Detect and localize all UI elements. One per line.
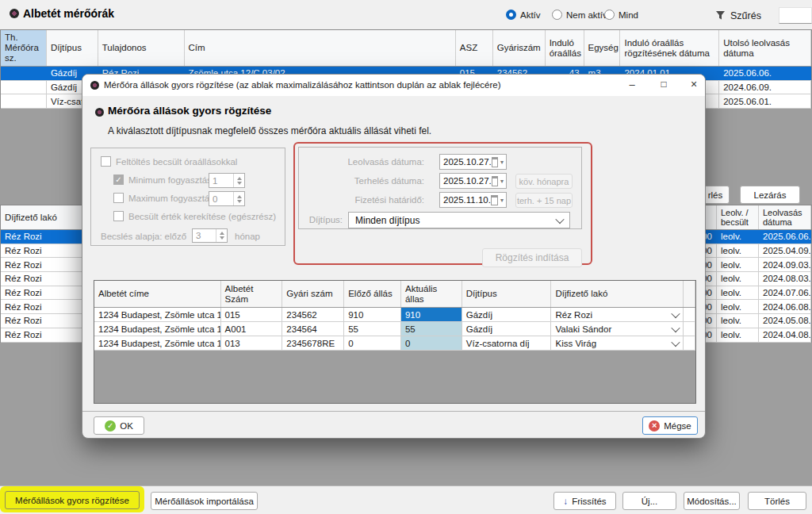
- table-row[interactable]: 00 leolv. 2024.09.03.: [691, 258, 811, 272]
- table-row[interactable]: Réz Rozi: [1, 328, 91, 343]
- col-cim[interactable]: Cím: [185, 30, 456, 66]
- stepper-arrows[interactable]: [233, 192, 244, 205]
- table-row[interactable]: 00 leolv. 2024.05.08.: [691, 314, 811, 328]
- col-tulajdonos[interactable]: Tulajdonos: [98, 30, 185, 66]
- leolvasas-datum-label: Leolvasás dátuma:: [305, 157, 424, 167]
- cell: Réz Rozi: [1, 300, 91, 313]
- ok-check-icon: ✓: [105, 420, 116, 432]
- aktualis-allas-cell[interactable]: 55: [401, 322, 462, 336]
- col-leolv-becsult[interactable]: Leolv. / becsült: [717, 205, 759, 229]
- cell: Víz-csatorna díj: [462, 336, 552, 350]
- gyors-rogzites-button[interactable]: Mérőállások gyors rögzítése: [5, 491, 140, 509]
- table-row[interactable]: 00 leolv. 2024.04.08.: [691, 328, 811, 343]
- col-albetet-szam[interactable]: Albetét Szám: [221, 281, 283, 307]
- table-row[interactable]: Réz Rozi: [1, 272, 91, 286]
- maximize-button[interactable]: □: [656, 79, 672, 90]
- dijtipus-combobox[interactable]: Minden díjtípus: [348, 212, 570, 228]
- col-dijfizeto-lako[interactable]: Díjfizető lakó: [1, 205, 91, 229]
- terh-15-nap-label: terh. + 15 nap: [517, 196, 571, 205]
- table-row[interactable]: Réz Rozi: [1, 244, 91, 259]
- aktualis-allas-cell[interactable]: 910: [401, 308, 462, 321]
- becsles-stepper[interactable]: 3: [192, 228, 228, 243]
- table-row[interactable]: Réz Rozi: [1, 286, 91, 301]
- fizetesi-hatarido-field[interactable]: 2025.11.10. ▾: [439, 192, 507, 208]
- lezaras-button-label: Lezárás: [754, 190, 787, 200]
- leolvasas-datum-field[interactable]: 2025.10.27. ▾: [439, 154, 507, 170]
- col-th-meroora-sz[interactable]: Th. Mérőóra sz.: [1, 30, 47, 66]
- radio-aktiv[interactable]: Aktív: [506, 10, 541, 20]
- minimize-button[interactable]: –: [624, 79, 640, 90]
- table-row[interactable]: 1234 Budapest, Zsömle utca 12. ... 013 2…: [94, 336, 695, 351]
- ok-button[interactable]: ✓ OK: [94, 416, 144, 435]
- kerekites-label: Becsült érték kerekítése (egészrész): [128, 212, 276, 221]
- lezaras-button[interactable]: Lezárás: [740, 186, 800, 204]
- importalas-button[interactable]: Mérőállások importálása: [151, 492, 258, 510]
- col-asz[interactable]: ASZ: [456, 30, 493, 66]
- min-fogyasztas-checkbox[interactable]: ✓ Minimum fogyasztás:: [113, 175, 214, 185]
- cell: [1, 67, 47, 80]
- min-fogyasztas-stepper[interactable]: 1: [209, 173, 245, 188]
- lako-combobox-cell[interactable]: Valaki Sándor: [551, 322, 684, 336]
- fizetesi-hatarido-label: Fizetési határidő:: [305, 195, 424, 205]
- close-button[interactable]: ×: [686, 78, 702, 90]
- col-dijfizeto-lako[interactable]: Díjfizető lakó: [551, 281, 684, 307]
- terh-15-nap-button[interactable]: terh. + 15 nap: [515, 193, 573, 208]
- cell: leolv.: [717, 244, 759, 258]
- table-row[interactable]: 00 leolv. 2025.04.09.: [691, 244, 811, 259]
- stepper-arrows[interactable]: [216, 229, 227, 242]
- col-leolvasas-datuma[interactable]: Leolvasás dátuma: [759, 205, 811, 229]
- col-aktualis-allas[interactable]: Aktuális állas: [401, 281, 462, 307]
- max-fogyasztas-stepper[interactable]: 0: [209, 191, 245, 206]
- table-row[interactable]: 00 leolv. 2025.06.06.: [691, 230, 811, 244]
- col-dijtipus[interactable]: Díjtípus: [462, 281, 552, 307]
- cell: [684, 336, 695, 350]
- table-row[interactable]: 00 leolv. 2024.07.06.: [691, 286, 811, 301]
- table-row[interactable]: 1234 Budapest, Zsömle utca 12. ... A001 …: [94, 322, 695, 336]
- radio-mind[interactable]: Mind: [604, 10, 638, 20]
- table-row[interactable]: Réz Rozi: [1, 258, 91, 272]
- col-elozo-allas[interactable]: Előző állás: [344, 281, 401, 307]
- frissites-label: Frissítés: [572, 497, 606, 506]
- megse-button[interactable]: × Mégse: [642, 416, 698, 435]
- col-dijtipus[interactable]: Díjtípus: [47, 30, 98, 66]
- kov-honapra-button[interactable]: köv. hónapra: [515, 174, 573, 189]
- kerekites-checkbox[interactable]: Becsült érték kerekítése (egészrész): [113, 211, 276, 221]
- lako-combobox-cell[interactable]: Réz Rozi: [551, 308, 684, 321]
- torles-button[interactable]: Törlés: [748, 492, 806, 510]
- cell: 234564: [282, 322, 344, 336]
- cell: 2025.06.01.: [719, 94, 811, 108]
- feltoltes-checkbox[interactable]: Feltöltés becsült óraállásokkal: [101, 156, 237, 167]
- table-row[interactable]: Réz Rozi: [1, 314, 91, 328]
- col-gyariszam[interactable]: Gyáriszám: [493, 30, 546, 66]
- checkbox-icon: [113, 193, 124, 203]
- frissites-button[interactable]: ↓ Frissítés: [553, 492, 616, 510]
- col-utolso-leolvasas[interactable]: Utolsó leolvasás dátuma: [719, 30, 811, 66]
- radio-nem-aktiv[interactable]: Nem aktív: [552, 10, 607, 20]
- terheles-datum-field[interactable]: 2025.10.27. ▾: [439, 173, 507, 189]
- uj-button[interactable]: Új...: [622, 492, 676, 510]
- table-row[interactable]: 00 leolv. 2024.08.03.: [691, 272, 811, 286]
- stepper-arrows[interactable]: [233, 174, 244, 187]
- szures-input[interactable]: [779, 7, 812, 24]
- table-row[interactable]: Réz Rozi: [1, 300, 91, 314]
- col-gyari-szam[interactable]: Gyári szám: [282, 281, 344, 307]
- col-egyseg[interactable]: Egység: [584, 30, 621, 66]
- table-row[interactable]: Réz Rozi: [1, 230, 91, 244]
- dialog-titlebar[interactable]: Mérőóra állások gyors rögzítése (az abla…: [82, 75, 706, 96]
- aktualis-allas-cell[interactable]: 0: [401, 336, 462, 350]
- modositas-button[interactable]: Módosítás...: [684, 492, 740, 510]
- readings-header: Leolv. / becsült Leolvasás dátuma: [691, 205, 811, 230]
- col-albetet-cime[interactable]: Albetét címe: [94, 281, 221, 307]
- table-row[interactable]: 00 leolv. 2024.06.08.: [691, 300, 811, 314]
- rogzites-inditasa-button[interactable]: Rögzítés indítása: [482, 248, 582, 267]
- col-indulo-datum[interactable]: Induló óraállás rögzítésének dátuma: [620, 30, 719, 66]
- cell: 2024.07.06.: [759, 286, 811, 300]
- cell: leolv.: [717, 258, 759, 271]
- lako-value: Kiss Virág: [555, 339, 596, 348]
- cell: A001: [221, 322, 283, 336]
- max-fogyasztas-checkbox[interactable]: Maximum fogyasztás:: [113, 193, 216, 203]
- lako-combobox-cell[interactable]: Kiss Virág: [551, 336, 684, 350]
- szures-label: Szűrés: [730, 10, 761, 21]
- table-row[interactable]: 1234 Budapest, Zsömle utca 12/... 015 23…: [94, 308, 695, 322]
- col-indulo-oraallas[interactable]: Induló óraállás: [546, 30, 584, 66]
